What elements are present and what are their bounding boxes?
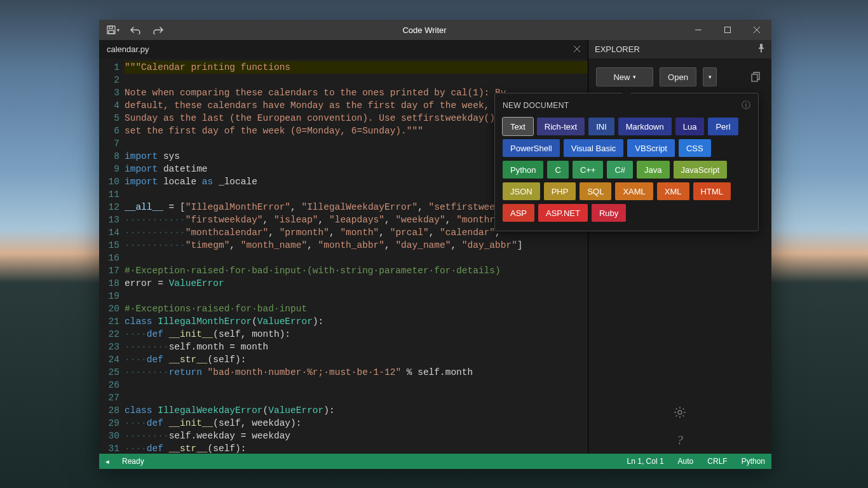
save-icon[interactable]: ▾: [105, 23, 119, 37]
titlebar: ▾ Code Writer: [99, 20, 771, 40]
explorer-toolbar: New ▾ Open ▾: [588, 58, 771, 95]
minimize-button[interactable]: [684, 20, 713, 40]
doc-type-chip[interactable]: C: [547, 161, 568, 179]
file-tab[interactable]: calendar.py: [99, 40, 588, 58]
close-icon[interactable]: [574, 44, 583, 53]
doc-type-chip[interactable]: JavaScript: [674, 161, 728, 179]
explorer-header: EXPLORER: [588, 40, 771, 58]
maximize-button[interactable]: [713, 20, 742, 40]
help-icon[interactable]: ?: [677, 433, 683, 447]
new-document-popup: NEW DOCUMENT ⓘ TextRich-textINIMarkdownL…: [494, 93, 759, 231]
doc-type-chip[interactable]: Lua: [675, 118, 705, 135]
doc-type-chip[interactable]: PowerShell: [503, 139, 560, 157]
status-encoding[interactable]: Auto: [678, 457, 694, 466]
popup-title: NEW DOCUMENT: [503, 101, 569, 110]
doc-type-chip[interactable]: Markdown: [618, 118, 672, 135]
svg-rect-2: [109, 30, 114, 34]
undo-icon[interactable]: [128, 23, 142, 37]
copy-icon[interactable]: [747, 69, 764, 85]
doc-type-chip[interactable]: Ruby: [592, 204, 626, 222]
doc-type-chip[interactable]: Java: [637, 161, 669, 179]
explorer-title: EXPLORER: [595, 44, 640, 54]
doc-type-chip[interactable]: Rich-text: [537, 118, 585, 135]
chevron-down-icon: ▾: [709, 74, 712, 80]
tab-label: calendar.py: [107, 44, 149, 54]
doc-type-chip[interactable]: XAML: [615, 182, 653, 200]
svg-rect-1: [109, 26, 112, 29]
doc-type-chip[interactable]: C#: [607, 161, 633, 179]
svg-rect-9: [752, 74, 757, 81]
gear-icon[interactable]: [674, 406, 686, 422]
tab-bar: calendar.py: [99, 40, 588, 58]
doc-type-chip[interactable]: XML: [657, 182, 689, 200]
doc-type-chip[interactable]: INI: [588, 118, 614, 135]
doc-type-chip[interactable]: VBScript: [627, 139, 675, 157]
svg-rect-4: [725, 27, 731, 33]
open-button[interactable]: Open: [660, 67, 696, 86]
doc-type-chip[interactable]: ASP: [503, 204, 534, 222]
doc-type-chip[interactable]: PHP: [544, 182, 576, 200]
doc-type-chip[interactable]: C++: [573, 161, 604, 179]
doc-type-chip[interactable]: CSS: [679, 139, 711, 157]
app-window: ▾ Code Writer calendar.py: [99, 20, 771, 469]
doc-type-chip[interactable]: HTML: [693, 182, 731, 200]
redo-icon[interactable]: [151, 23, 165, 37]
info-icon[interactable]: ⓘ: [742, 100, 750, 111]
status-language[interactable]: Python: [742, 457, 765, 466]
doc-type-chip[interactable]: SQL: [580, 182, 611, 200]
status-bar: ◂ Ready Ln 1, Col 1 Auto CRLF Python: [99, 454, 771, 469]
new-button[interactable]: New ▾: [596, 67, 653, 86]
status-ready: Ready: [122, 457, 144, 466]
open-dropdown-button[interactable]: ▾: [703, 67, 717, 86]
status-position[interactable]: Ln 1, Col 1: [627, 457, 664, 466]
doc-type-chip[interactable]: Python: [503, 161, 543, 179]
doc-type-chip[interactable]: Visual Basic: [564, 139, 624, 157]
close-button[interactable]: [742, 20, 771, 40]
pin-icon[interactable]: [757, 44, 765, 55]
doc-type-chip[interactable]: JSON: [503, 182, 540, 200]
chevron-down-icon: ▾: [633, 74, 636, 80]
doc-type-chip[interactable]: ASP.NET: [538, 204, 588, 222]
app-title: Code Writer: [165, 25, 684, 35]
doc-type-chip[interactable]: Perl: [708, 118, 738, 135]
doc-type-chip[interactable]: Text: [503, 118, 533, 135]
chevron-left-icon[interactable]: ◂: [105, 458, 109, 466]
svg-point-10: [678, 410, 682, 414]
status-eol[interactable]: CRLF: [707, 457, 727, 466]
document-type-chips: TextRich-textINIMarkdownLuaPerlPowerShel…: [503, 118, 750, 222]
